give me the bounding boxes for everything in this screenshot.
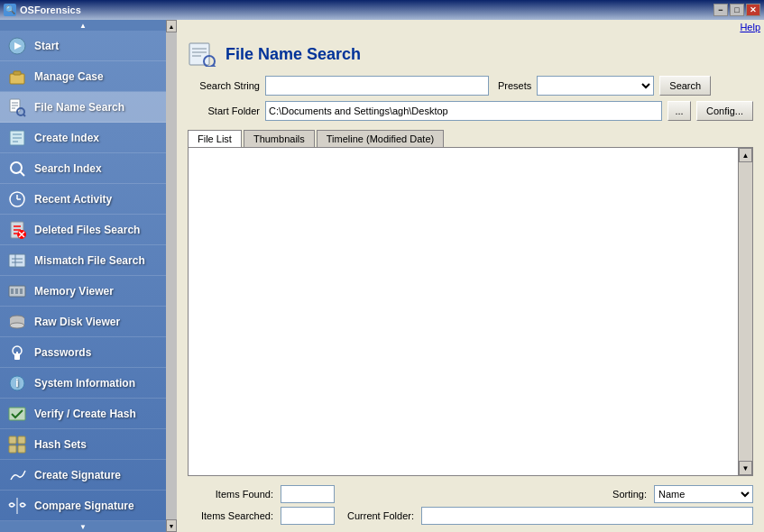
memory-viewer-icon (7, 281, 27, 301)
close-button[interactable]: ✕ (746, 4, 760, 16)
scrollbar-up-arrow[interactable]: ▲ (739, 148, 752, 162)
sidebar-scroll-down[interactable]: ▼ (0, 521, 166, 532)
compare-signature-icon (7, 496, 27, 516)
sorting-label: Sorting: (612, 489, 647, 500)
sidebar-label-hash-sets: Hash Sets (34, 438, 87, 451)
search-string-label: Search String (188, 80, 260, 91)
tab-bar: File List Thumbnails Timeline (Modified … (188, 130, 753, 147)
sidebar-item-passwords[interactable]: Passwords (0, 337, 166, 368)
sidebar-label-create-signature: Create Signature (34, 469, 121, 482)
sidebar-label-create-index: Create Index (34, 132, 99, 144)
bottom-rows: Items Found: Sorting: Name Date Size Typ… (188, 485, 753, 525)
start-folder-label: Start Folder (188, 105, 260, 116)
content-body: File Name Search Search String Presets S… (177, 34, 764, 532)
sidebar-label-raw-disk-viewer: Raw Disk Viewer (34, 316, 120, 328)
items-found-input[interactable] (281, 485, 335, 503)
sidebar-label-start: Start (34, 40, 59, 52)
search-index-icon (7, 159, 27, 179)
browse-button[interactable]: ... (667, 101, 691, 121)
svg-rect-45 (9, 445, 16, 453)
search-string-row: Search String Presets Search (188, 76, 753, 96)
search-string-input[interactable] (265, 76, 489, 96)
svg-rect-32 (15, 289, 18, 294)
items-found-label: Items Found: (188, 489, 273, 500)
svg-line-53 (213, 65, 216, 67)
sidebar-label-verify-create-hash: Verify / Create Hash (34, 408, 136, 420)
page-title: File Name Search (226, 45, 361, 64)
config-button[interactable]: Config... (696, 101, 753, 121)
page-title-icon (188, 41, 216, 67)
sidebar-scroll-up[interactable]: ▲ (0, 20, 166, 31)
svg-rect-48 (189, 43, 209, 65)
raw-disk-viewer-icon (7, 312, 27, 332)
minimize-button[interactable]: − (713, 4, 728, 16)
sidebar-item-memory-viewer[interactable]: Memory Viewer (0, 276, 166, 307)
sidebar-item-start[interactable]: Start (0, 31, 166, 61)
scrollbar-down-arrow[interactable]: ▼ (739, 461, 752, 475)
sidebar-label-memory-viewer: Memory Viewer (34, 285, 114, 298)
svg-line-9 (23, 115, 25, 116)
sidebar-item-recent-activity[interactable]: Recent Activity (0, 184, 166, 215)
current-folder-input[interactable] (421, 507, 753, 525)
current-folder-label: Current Folder: (347, 510, 414, 521)
sidebar-right-scrollbar[interactable]: ▲ ▼ (166, 20, 177, 532)
sidebar-item-create-index[interactable]: Create Index (0, 123, 166, 153)
file-name-search-icon (7, 97, 27, 117)
sidebar-label-mismatch-file-search: Mismatch File Search (34, 254, 145, 267)
sidebar-label-passwords: Passwords (34, 346, 91, 359)
svg-rect-2 (10, 74, 24, 84)
sidebar-label-compare-signature: Compare Signature (34, 500, 134, 512)
sidebar-scroll-down-arrow[interactable]: ▼ (166, 519, 177, 532)
manage-case-icon (7, 67, 27, 87)
sidebar-item-raw-disk-viewer[interactable]: Raw Disk Viewer (0, 307, 166, 337)
tab-file-list[interactable]: File List (188, 130, 242, 147)
help-link[interactable]: Help (740, 22, 760, 32)
app-icon: 🔍 (4, 4, 16, 16)
sidebar-item-system-information[interactable]: i System Information (0, 368, 166, 399)
app-title: OSForensics (20, 5, 81, 15)
hash-sets-icon (7, 435, 27, 454)
deleted-files-search-icon (7, 220, 27, 240)
sidebar-label-search-index: Search Index (34, 162, 102, 175)
tab-content-area: ▲ ▼ (188, 147, 753, 476)
items-searched-input[interactable] (281, 507, 335, 525)
svg-rect-31 (11, 289, 14, 294)
sidebar-item-deleted-files-search[interactable]: Deleted Files Search (0, 215, 166, 245)
recent-activity-icon (7, 189, 27, 209)
items-searched-label: Items Searched: (188, 510, 273, 521)
presets-select[interactable] (537, 76, 654, 96)
tab-content-scrollbar: ▲ ▼ (738, 148, 752, 475)
passwords-icon (7, 343, 27, 362)
svg-text:i: i (15, 377, 18, 390)
start-folder-row: Start Folder ... Config... (188, 101, 753, 121)
search-button[interactable]: Search (659, 76, 711, 96)
sidebar-item-file-name-search[interactable]: File Name Search (0, 92, 166, 123)
sidebar-item-manage-case[interactable]: Manage Case (0, 61, 166, 92)
sidebar-scroll-up-arrow[interactable]: ▲ (166, 20, 177, 32)
tab-thumbnails[interactable]: Thumbnails (244, 130, 315, 147)
svg-rect-26 (9, 254, 25, 267)
items-found-row: Items Found: Sorting: Name Date Size Typ… (188, 485, 753, 503)
svg-rect-44 (18, 436, 25, 444)
sorting-select[interactable]: Name Date Size Type (654, 485, 753, 503)
presets-label: Presets (498, 80, 531, 91)
svg-point-36 (10, 323, 24, 328)
system-information-icon: i (7, 373, 27, 393)
sidebar-label-file-name-search: File Name Search (34, 101, 124, 114)
titlebar: 🔍 OSForensics − □ ✕ (0, 0, 764, 20)
items-searched-row: Items Searched: Current Folder: (188, 507, 753, 525)
titlebar-left: 🔍 OSForensics (4, 4, 81, 16)
sidebar-item-search-index[interactable]: Search Index (0, 153, 166, 184)
sidebar-item-hash-sets[interactable]: Hash Sets (0, 429, 166, 460)
content-header: Help (177, 20, 764, 34)
svg-rect-43 (9, 436, 16, 444)
scrollbar-track (739, 162, 752, 461)
restore-button[interactable]: □ (730, 4, 744, 16)
sidebar-item-create-signature[interactable]: Create Signature (0, 460, 166, 491)
sidebar-item-verify-create-hash[interactable]: Verify / Create Hash (0, 399, 166, 429)
sidebar-item-mismatch-file-search[interactable]: Mismatch File Search (0, 245, 166, 276)
start-folder-input[interactable] (265, 101, 662, 121)
svg-rect-42 (9, 408, 25, 420)
tab-timeline[interactable]: Timeline (Modified Date) (317, 130, 444, 147)
sidebar-item-compare-signature[interactable]: Compare Signature (0, 491, 166, 521)
